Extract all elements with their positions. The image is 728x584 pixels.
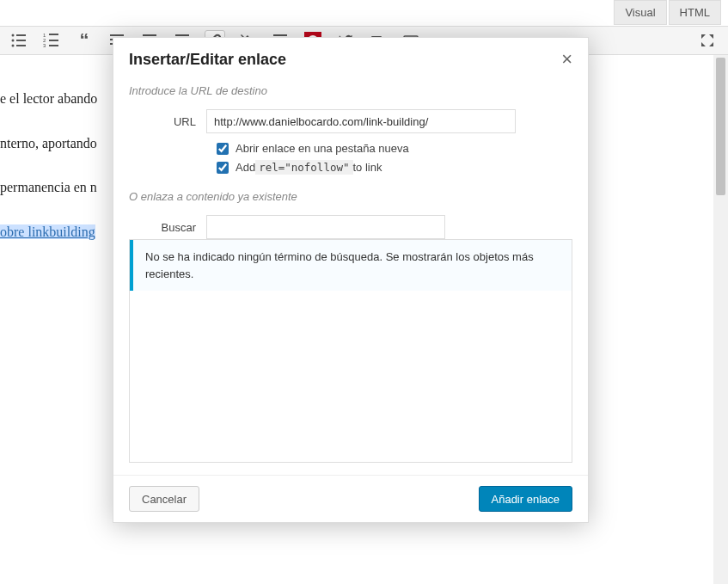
newtab-checkbox[interactable] (217, 143, 229, 155)
search-results: No se ha indicado ningún término de búsq… (129, 239, 572, 463)
url-label: URL (129, 115, 206, 128)
dialog-header: Insertar/Editar enlace × (113, 38, 588, 84)
search-input[interactable] (206, 215, 445, 239)
search-row: Buscar (129, 215, 572, 239)
close-icon[interactable]: × (561, 50, 572, 69)
url-input[interactable] (206, 109, 516, 133)
nofollow-row: Add rel="nofollow" to link (217, 160, 572, 175)
nofollow-label-post: to link (353, 161, 382, 174)
nofollow-code: rel="nofollow" (255, 160, 352, 175)
insert-link-dialog: Insertar/Editar enlace × Introduce la UR… (113, 37, 589, 523)
dialog-title: Insertar/Editar enlace (129, 51, 286, 69)
newtab-label: Abrir enlace en una pestaña nueva (236, 142, 409, 155)
nofollow-checkbox[interactable] (217, 162, 229, 174)
results-notice: No se ha indicado ningún término de búsq… (130, 240, 572, 291)
search-label: Buscar (129, 221, 206, 234)
existing-section-hint: O enlaza a contenido ya existente (129, 190, 572, 203)
add-link-button[interactable]: Añadir enlace (479, 486, 573, 512)
newtab-row: Abrir enlace en una pestaña nueva (217, 142, 572, 155)
url-section-hint: Introduce la URL de destino (129, 84, 572, 97)
nofollow-label-pre: Add (236, 161, 255, 174)
dialog-body: Introduce la URL de destino URL Abrir en… (113, 84, 588, 475)
url-row: URL (129, 109, 572, 133)
dialog-footer: Cancelar Añadir enlace (113, 475, 588, 522)
cancel-button[interactable]: Cancelar (129, 486, 199, 512)
